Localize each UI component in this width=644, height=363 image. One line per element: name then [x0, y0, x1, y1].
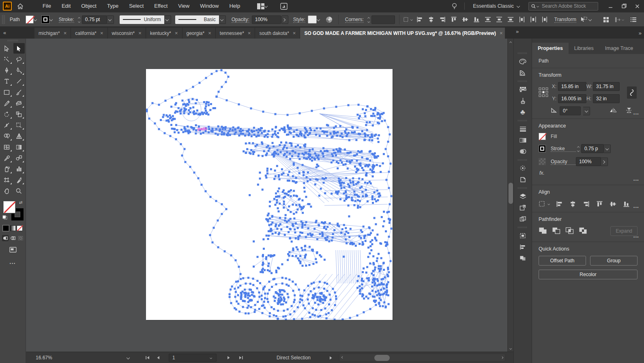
tab-overflow-icon[interactable]: »: [636, 28, 644, 39]
column-graph-tool[interactable]: [13, 164, 25, 174]
reference-point-locator[interactable]: [539, 87, 548, 98]
symbols-panel-icon[interactable]: ♣: [515, 107, 530, 117]
adobe-stock-search[interactable]: [528, 2, 598, 11]
shape-properties-icon[interactable]: [601, 15, 611, 24]
curvature-tool[interactable]: [13, 65, 25, 76]
stroke-weight-field[interactable]: 0.75 p: [581, 144, 604, 153]
gradient-panel-icon[interactable]: [515, 135, 530, 145]
pathfinder-more-options[interactable]: •••: [633, 235, 639, 239]
fill-swatch[interactable]: [539, 133, 546, 140]
gradient-button[interactable]: [10, 225, 16, 231]
menu-edit[interactable]: Edit: [57, 0, 75, 12]
stroke-panel-icon[interactable]: [515, 123, 530, 134]
scale-tool[interactable]: [13, 109, 25, 119]
artboard-navigation-field[interactable]: 1: [169, 352, 217, 363]
opacity-value[interactable]: 100%: [252, 15, 281, 24]
menu-file[interactable]: File: [38, 0, 56, 12]
color-guide-panel-icon[interactable]: [515, 67, 530, 78]
line-segment-tool[interactable]: [13, 76, 25, 86]
close-tab-icon[interactable]: ×: [64, 30, 67, 36]
rotate-angle-field[interactable]: 0°: [560, 106, 581, 115]
close-tab-icon[interactable]: ×: [175, 30, 178, 36]
artboards-panel-icon[interactable]: [515, 202, 530, 213]
lightbulb-icon[interactable]: [449, 0, 460, 12]
stroke-swatch[interactable]: [539, 145, 546, 152]
width-profile-dropdown[interactable]: Uniform: [120, 15, 164, 24]
corners-value[interactable]: [371, 15, 395, 24]
workspace-switcher[interactable]: Essentials Classic: [469, 3, 524, 9]
expand-panels-icon[interactable]: »: [516, 28, 519, 35]
edit-toolbar-icon[interactable]: •••: [10, 261, 16, 266]
swatches-panel-icon[interactable]: [515, 84, 530, 95]
close-tab-icon[interactable]: ×: [248, 30, 251, 36]
menu-effect[interactable]: Effect: [149, 0, 172, 12]
align-more-options[interactable]: •••: [633, 205, 639, 210]
offset-path-button[interactable]: Offset Path: [539, 256, 586, 266]
document-tab[interactable]: california*×: [71, 28, 107, 39]
none-button[interactable]: [17, 225, 23, 231]
menu-window[interactable]: Window: [195, 0, 223, 12]
touch-workspace-icon[interactable]: [277, 0, 291, 12]
fill-proxy-swatch[interactable]: [3, 201, 15, 213]
zoom-level[interactable]: 16.67%: [36, 352, 52, 363]
menu-object[interactable]: Object: [76, 0, 101, 12]
swap-fill-stroke-icon[interactable]: ⇄: [19, 200, 22, 205]
current-tool-indicator[interactable]: Direct Selection: [261, 352, 326, 363]
stroke-weight-stepper[interactable]: [77, 15, 81, 24]
draw-inside-icon[interactable]: [17, 235, 24, 241]
group-button[interactable]: Group: [590, 256, 638, 266]
x-field[interactable]: 15.85 in: [558, 82, 586, 91]
perspective-grid-tool[interactable]: [13, 131, 25, 141]
home-icon[interactable]: [14, 0, 26, 12]
horizontal-scrollbar[interactable]: [339, 354, 505, 361]
opacity-expand[interactable]: [281, 15, 288, 24]
tab-properties[interactable]: Properties: [532, 43, 569, 54]
width-profile-chevron[interactable]: [164, 15, 171, 24]
width-tool[interactable]: [1, 120, 13, 130]
stroke-weight-stepper[interactable]: [577, 144, 580, 153]
pathfinder-intersect-icon[interactable]: [565, 227, 574, 236]
close-tab-icon[interactable]: ×: [500, 30, 503, 36]
free-transform-tool[interactable]: [13, 120, 25, 130]
type-tool[interactable]: [1, 76, 13, 86]
arrange-icon[interactable]: [615, 15, 625, 24]
stroke-weight-value[interactable]: 0.75 pt: [82, 15, 107, 24]
align-center-vertical-icon[interactable]: [460, 15, 470, 24]
graphic-styles-panel-icon[interactable]: [515, 174, 530, 185]
align-right-icon[interactable]: [581, 199, 591, 209]
corners-link[interactable]: Corners:: [345, 17, 364, 23]
opacity-field[interactable]: 100%: [576, 157, 601, 166]
magic-wand-tool[interactable]: [1, 54, 13, 65]
align-bottom-icon[interactable]: [621, 199, 631, 209]
scroll-up-icon[interactable]: [508, 39, 513, 45]
zoom-tool[interactable]: [13, 186, 25, 196]
chevron-down-icon[interactable]: [49, 18, 53, 22]
minimize-button[interactable]: [604, 0, 617, 12]
draw-normal-icon[interactable]: [2, 235, 9, 241]
align-right-icon[interactable]: [438, 15, 447, 24]
stroke-weight-dropdown[interactable]: [604, 145, 611, 153]
gradient-tool[interactable]: [13, 142, 25, 152]
scroll-left-icon[interactable]: [339, 354, 345, 361]
shaper-tool[interactable]: [1, 98, 13, 108]
align-left-icon[interactable]: [415, 15, 425, 24]
artboard-tool[interactable]: [1, 175, 13, 185]
recolor-artwork-icon[interactable]: [324, 15, 334, 24]
document-tab[interactable]: south dakota*×: [255, 28, 300, 39]
stroke-weight-dropdown[interactable]: [107, 15, 114, 24]
first-artboard-icon[interactable]: [145, 352, 150, 363]
properties-panel-icon[interactable]: [515, 230, 530, 241]
close-tab-icon[interactable]: ×: [100, 30, 103, 36]
distribute-vertical-center-icon[interactable]: [494, 15, 504, 24]
document-tab[interactable]: SO GOD MADE A FARMER MICHIGAN WITH UP SV…: [300, 28, 505, 39]
stroke-color-swatch[interactable]: [41, 15, 49, 24]
chevron-down-icon[interactable]: [588, 18, 592, 22]
panel-grip[interactable]: [2, 15, 5, 24]
document-tab[interactable]: michigan*×: [34, 28, 71, 39]
toolbar-grip[interactable]: [8, 40, 18, 41]
w-field[interactable]: 31.75 in: [593, 82, 620, 91]
menu-select[interactable]: Select: [124, 0, 148, 12]
recolor-button[interactable]: Recolor: [539, 270, 638, 279]
layers-panel-icon[interactable]: [515, 191, 530, 201]
scroll-down-icon[interactable]: [508, 345, 513, 352]
